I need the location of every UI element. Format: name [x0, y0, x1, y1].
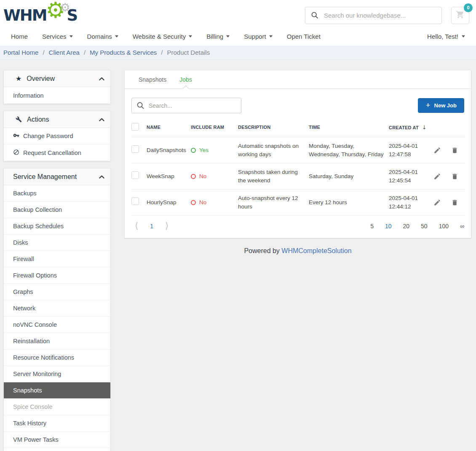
sidebar-item-novnc-console[interactable]: noVNC Console: [4, 317, 110, 333]
knowledgebase-search: [305, 7, 442, 24]
sidebar-item-resource-notifications[interactable]: Resource Notifications: [4, 350, 110, 366]
sidebar-item-backup-collection[interactable]: Backup Collection: [4, 202, 110, 218]
gear-icon: ⚙ ⚙: [47, 4, 68, 26]
sidebar-item-label: Network: [13, 305, 35, 312]
nav-item-domains[interactable]: Domains: [87, 33, 118, 40]
nav-item-open-ticket[interactable]: Open Ticket: [287, 33, 321, 40]
breadcrumb: Portal Home/Client Area/My Products & Se…: [0, 45, 476, 60]
column-header-name[interactable]: NAME: [147, 117, 191, 137]
column-header-description[interactable]: DESCRIPTION: [238, 117, 309, 137]
ban-icon: [13, 149, 19, 157]
panel-header-actions[interactable]: Actions: [4, 111, 110, 128]
column-header-created-at[interactable]: CREATED AT↓: [389, 117, 433, 137]
page-size-50[interactable]: 50: [421, 223, 428, 230]
job-time: Monday, Tuesday, Wednesday, Thursday, Fr…: [309, 137, 389, 163]
edit-job-button[interactable]: [433, 172, 442, 181]
include-ram-value: Yes: [191, 147, 209, 153]
plus-icon: +: [425, 101, 430, 109]
sidebar-item-spice-console[interactable]: Spice Console: [4, 399, 110, 415]
sidebar-item-label: Reinstallation: [13, 338, 50, 344]
panel-header-overview[interactable]: ★Overview: [4, 70, 110, 87]
cart-icon: [456, 10, 465, 20]
jobs-table-head: NAMEINCLUDE RAMDESCRIPTIONTIMECREATED AT…: [131, 117, 465, 137]
sort-desc-icon[interactable]: ↓: [422, 124, 427, 131]
next-page-button[interactable]: ⟩: [165, 221, 168, 230]
chevron-up-icon[interactable]: [99, 75, 104, 83]
current-page[interactable]: 1: [150, 223, 153, 230]
breadcrumb-item-client-area[interactable]: Client Area: [49, 49, 80, 56]
row-checkbox[interactable]: [131, 197, 139, 205]
sidebar-item-information[interactable]: Information: [4, 87, 110, 104]
sidebar-item-label: Server Monitoring: [13, 371, 61, 377]
breadcrumb-item-product-details: Product Details: [167, 49, 210, 56]
nav-item-home[interactable]: Home: [11, 33, 28, 40]
sidebar-item-snapshots[interactable]: Snapshots: [4, 382, 110, 399]
tab-snapshots[interactable]: Snapshots: [139, 70, 166, 88]
column-header-time[interactable]: TIME: [309, 117, 389, 137]
panel-header-service-management[interactable]: Service Management: [4, 168, 110, 185]
page-size-5[interactable]: 5: [370, 223, 374, 230]
sidebar-item-label: Resource Notifications: [13, 354, 74, 361]
sidebar-item-reinstallation[interactable]: Reinstallation: [4, 333, 110, 350]
status-ring-icon: [191, 174, 196, 179]
delete-job-button[interactable]: [450, 146, 459, 155]
nav-item-label: Billing: [206, 33, 223, 40]
cart-button[interactable]: 0: [451, 7, 469, 24]
whmcompletesolution-link[interactable]: WHMCompleteSolution: [281, 247, 351, 254]
sidebar-item-disks[interactable]: Disks: [4, 235, 110, 251]
whmcs-logo[interactable]: WHM ⚙ ⚙ S: [3, 4, 77, 26]
sidebar-item-network[interactable]: Network: [4, 300, 110, 317]
row-checkbox[interactable]: [131, 171, 139, 179]
sidebar-item-firewall[interactable]: Firewall: [4, 251, 110, 267]
sidebar-item-change-password[interactable]: Change Password: [4, 128, 110, 144]
table-search-input[interactable]: [131, 98, 241, 113]
nav-item-billing[interactable]: Billing: [206, 33, 230, 40]
delete-job-button[interactable]: [450, 172, 459, 181]
page-size-10[interactable]: 10: [385, 223, 392, 230]
chevron-up-icon[interactable]: [99, 116, 104, 123]
page-size-20[interactable]: 20: [403, 223, 410, 230]
powered-by-text: Powered by: [244, 247, 280, 254]
delete-job-button[interactable]: [450, 198, 459, 207]
page-size-100[interactable]: 100: [439, 223, 449, 230]
select-all-checkbox[interactable]: [131, 123, 139, 131]
edit-job-button[interactable]: [433, 146, 442, 155]
sidebar-item-label: Backup Collection: [13, 206, 62, 213]
job-description: Automatic snapshots on working days: [238, 137, 309, 163]
row-checkbox[interactable]: [131, 145, 139, 153]
sidebar-item-task-history[interactable]: Task History: [4, 415, 110, 432]
job-description: Snapshots taken during the weekend: [238, 163, 309, 189]
sidebar-item-vm-power-tasks[interactable]: VM Power Tasks: [4, 432, 110, 448]
jobs-table: NAMEINCLUDE RAMDESCRIPTIONTIMECREATED AT…: [131, 117, 465, 216]
breadcrumb-item-my-products-services[interactable]: My Products & Services: [90, 49, 157, 56]
account-menu[interactable]: Hello, Test!: [427, 33, 465, 40]
powered-by: Powered by WHMCompleteSolution: [124, 247, 471, 255]
main-nav: HomeServicesDomainsWebsite & SecurityBil…: [0, 27, 476, 45]
sidebar-item-label: Disks: [13, 239, 28, 246]
pager-controls: ⟨ 1 ⟩: [135, 221, 168, 230]
knowledgebase-search-input[interactable]: [305, 7, 442, 24]
sidebar-item-xterm-js-console[interactable]: Xterm.js Console: [4, 448, 110, 451]
sidebar-item-label: Backup Schedules: [13, 223, 64, 230]
new-job-button[interactable]: + New Job: [418, 98, 464, 113]
sidebar-item-backup-schedules[interactable]: Backup Schedules: [4, 218, 110, 235]
nav-item-website-security[interactable]: Website & Security: [133, 33, 192, 40]
nav-item-services[interactable]: Services: [42, 33, 73, 40]
job-time: Saturday, Sunday: [309, 163, 389, 189]
chevron-down-icon: [462, 35, 465, 37]
sidebar-item-graphs[interactable]: Graphs: [4, 284, 110, 300]
chevron-up-icon[interactable]: [99, 173, 104, 181]
nav-item-support[interactable]: Support: [244, 33, 273, 40]
sidebar-item-firewall-options[interactable]: Firewall Options: [4, 267, 110, 284]
cart-count-badge: 0: [464, 3, 473, 12]
tab-jobs[interactable]: Jobs: [179, 70, 192, 88]
sidebar-item-server-monitoring[interactable]: Server Monitoring: [4, 366, 110, 382]
breadcrumb-item-portal-home[interactable]: Portal Home: [3, 49, 38, 56]
prev-page-button[interactable]: ⟨: [135, 221, 138, 230]
sidebar-item-request-cancellation[interactable]: Request Cancellation: [4, 144, 110, 161]
sidebar-item-backups[interactable]: Backups: [4, 185, 110, 202]
grey-gear-icon: ⚙: [60, 1, 70, 14]
edit-job-button[interactable]: [433, 198, 442, 207]
column-header-include-ram[interactable]: INCLUDE RAM: [191, 117, 238, 137]
page-size-all[interactable]: ∞: [460, 223, 464, 230]
